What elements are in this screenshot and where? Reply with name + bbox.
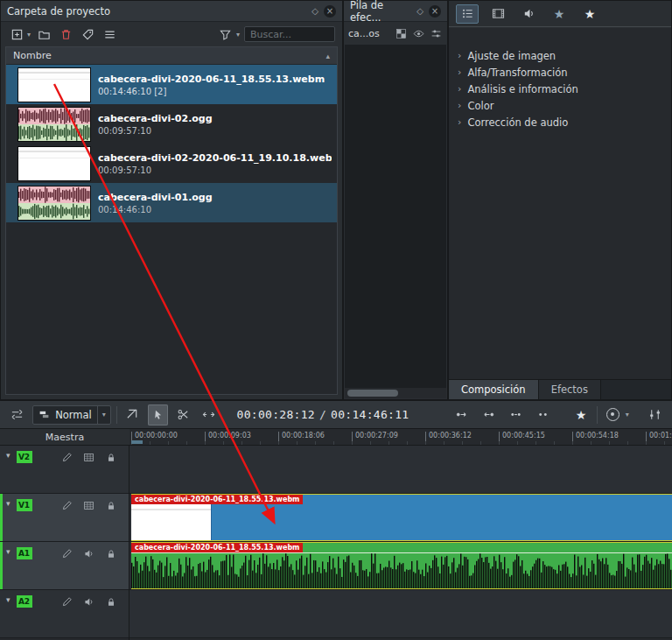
clip-title-label: cabecera-divi-2020-06-11_18.55.13.webm — [131, 495, 303, 504]
spacer-tool-button[interactable] — [199, 404, 219, 425]
bin-clip-row[interactable]: cabecera-divi-01.ogg 00:14:46:10 — [6, 183, 337, 222]
clip-duration: 00:09:57:10 — [98, 126, 213, 136]
master-track-button[interactable]: Maestra — [0, 429, 130, 446]
razor-tool-button[interactable] — [173, 404, 193, 425]
collapse-track-icon[interactable]: ▾ — [6, 548, 10, 556]
effect-stack-clip-tab[interactable]: ca...os — [348, 28, 380, 39]
ruler-label: 00:00:36:12 — [425, 432, 472, 443]
track-edit-button[interactable] — [60, 547, 74, 560]
scrollbar-thumb[interactable] — [347, 390, 398, 397]
float-panel-icon[interactable]: ◇ — [416, 7, 424, 16]
track-name-badge[interactable]: V2 — [17, 451, 32, 463]
mute-track-button[interactable] — [82, 547, 95, 560]
show-descriptions-button[interactable] — [456, 4, 479, 24]
lift-zone-icon — [536, 408, 550, 421]
track-name-badge[interactable]: A1 — [17, 547, 32, 559]
effects-category-row[interactable]: › Análisis e información — [449, 81, 671, 97]
hide-video-button[interactable] — [82, 451, 95, 464]
track-edit-button[interactable] — [60, 595, 74, 608]
expand-arrow-icon: › — [458, 117, 461, 127]
selection-tool-button[interactable] — [148, 404, 168, 425]
track-name-badge[interactable]: V1 — [17, 499, 32, 511]
collapse-track-icon[interactable]: ▾ — [6, 596, 10, 604]
column-header-nombre[interactable]: Nombre ▴ — [6, 47, 337, 65]
compare-button[interactable] — [395, 27, 408, 40]
tab-efectos[interactable]: Efectos — [539, 380, 601, 399]
timeline-video-clip[interactable]: cabecera-divi-2020-06-11_18.55.13.webm — [131, 494, 672, 541]
project-bin-titlebar[interactable]: Carpeta de proyecto ◇ × — [1, 1, 342, 22]
pencil-icon — [61, 596, 73, 608]
tab-composicion[interactable]: Composición — [449, 380, 539, 399]
bin-search-input[interactable] — [244, 26, 335, 42]
filter-button[interactable] — [217, 25, 234, 43]
close-panel-icon[interactable]: × — [429, 5, 441, 18]
track-header-a2[interactable]: ▾ A2 — [0, 590, 129, 638]
adjust-tracks-button[interactable] — [7, 404, 27, 425]
edit-mode-select[interactable]: Normal ▾ — [32, 405, 111, 425]
track-a1[interactable]: cabecera-divi-2020-06-11_18.55.13.webm — [130, 542, 672, 590]
lift-zone-button[interactable] — [532, 404, 553, 425]
collapse-track-icon[interactable]: ▾ — [6, 452, 10, 460]
timeline-zone-marker[interactable] — [131, 440, 143, 444]
create-folder-button[interactable] — [35, 25, 52, 43]
track-name-badge[interactable]: A2 — [17, 595, 32, 608]
bin-clip-row[interactable]: cabecera-divi-02-2020-06-11_19.10.18.web… — [6, 144, 337, 183]
mixer-toggle-button[interactable] — [645, 404, 665, 425]
tag-button[interactable] — [79, 25, 96, 43]
folder-icon — [38, 28, 51, 41]
clip-duration: 00:14:46:10 [2] — [98, 87, 325, 96]
overwrite-zone-button[interactable] — [505, 404, 526, 425]
bin-menu-button[interactable] — [101, 25, 118, 43]
timeline-ruler[interactable]: 00:00:00:00 00:00:09:03 00:00:18:06 00:0… — [130, 429, 672, 446]
timeline-tracks-area[interactable]: cabecera-divi-2020-06-11_18.55.13.webm c… — [130, 446, 672, 640]
custom-effects-button[interactable]: ★ — [548, 4, 570, 24]
favorite-effects-button[interactable]: ★ — [578, 4, 601, 24]
funnel-filter-icon — [219, 28, 232, 41]
insert-zone-button[interactable] — [451, 404, 472, 425]
cursor-arrow-icon — [152, 409, 164, 421]
timeline: Maestra 00:00:00:00 00:00:09:03 00:00:18… — [0, 429, 672, 640]
effect-stack-titlebar[interactable]: Pila de efec... ◇ × — [344, 1, 447, 22]
lock-track-button[interactable] — [104, 595, 117, 608]
extract-zone-button[interactable] — [478, 404, 499, 425]
track-a2[interactable] — [130, 590, 672, 638]
mute-track-button[interactable] — [82, 595, 95, 608]
effects-category-row[interactable]: › Ajuste de imagen — [449, 47, 671, 64]
bin-clip-row[interactable]: cabecera-divi-02.ogg 00:09:57:10 — [6, 104, 337, 144]
delete-clip-button[interactable] — [57, 25, 74, 43]
track-header-v2[interactable]: ▾ V2 — [0, 446, 129, 494]
effects-category-row[interactable]: › Corrección de audio — [449, 114, 671, 130]
toolbar-separator — [597, 406, 598, 424]
lock-track-button[interactable] — [104, 451, 117, 464]
track-v2[interactable] — [130, 446, 672, 494]
track-edit-button[interactable] — [60, 451, 74, 464]
hide-video-button[interactable] — [82, 499, 95, 512]
timeline-audio-clip[interactable]: cabecera-divi-2020-06-11_18.55.13.webm — [131, 542, 672, 589]
close-panel-icon[interactable]: × — [324, 5, 336, 18]
track-header-v1[interactable]: ▾ V1 — [0, 494, 129, 542]
bin-clip-row[interactable]: cabecera-divi-2020-06-11_18.55.13.webm 0… — [6, 65, 337, 104]
timecode-display[interactable]: 00:00:28:12 / 00:14:46:11 — [237, 408, 410, 421]
float-panel-icon[interactable]: ◇ — [312, 7, 318, 16]
chevron-down-icon: ▾ — [97, 406, 110, 424]
track-header-a1[interactable]: ▾ A1 — [0, 542, 129, 590]
lock-track-button[interactable] — [104, 547, 117, 560]
track-v1[interactable]: cabecera-divi-2020-06-11_18.55.13.webm — [130, 494, 672, 542]
track-edit-button[interactable] — [60, 499, 74, 512]
record-button[interactable] — [603, 404, 623, 425]
video-effects-button[interactable] — [486, 4, 509, 24]
audio-waveform — [131, 552, 672, 588]
collapse-track-icon[interactable]: ▾ — [6, 500, 10, 508]
add-clip-chevron-icon[interactable]: ▾ — [27, 31, 31, 39]
favorite-effects-toolbar-button[interactable]: ★ — [570, 404, 591, 425]
audio-effects-button[interactable] — [517, 4, 540, 24]
effects-category-row[interactable]: › Alfa/Transformación — [449, 64, 671, 81]
lock-track-button[interactable] — [104, 499, 117, 512]
effect-options-button[interactable] — [430, 27, 443, 40]
show-effect-button[interactable] — [412, 27, 425, 40]
filter-chevron-icon[interactable]: ▾ — [236, 31, 240, 39]
mix-clips-button[interactable] — [122, 404, 143, 425]
effects-category-row[interactable]: › Color — [449, 97, 671, 114]
record-chevron-icon[interactable]: ▾ — [626, 411, 629, 418]
add-clip-button[interactable] — [8, 25, 25, 43]
